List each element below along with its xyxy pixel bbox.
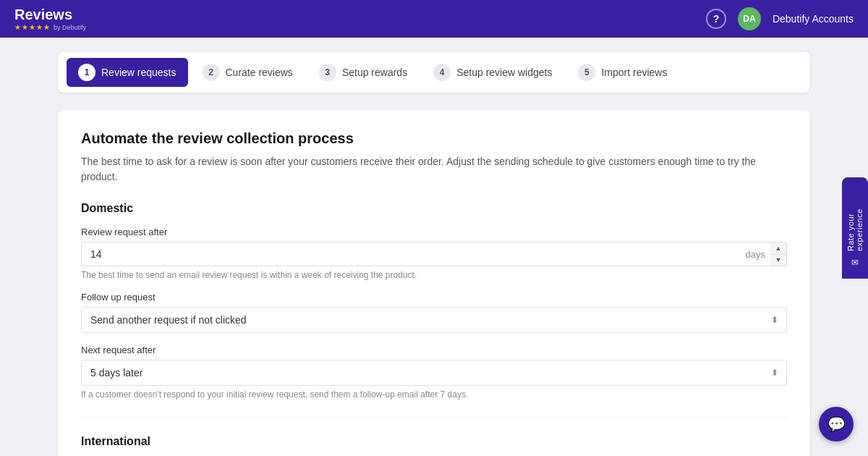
page-description: The best time to ask for a review is soo… [81,154,787,185]
domestic-spinner-down[interactable]: ▼ [770,255,786,266]
step-3-setup-rewards[interactable]: 3 Setup rewards [307,58,419,87]
account-name: Debutify Accounts [773,13,854,25]
domestic-next-request-select-wrapper: 3 days later 5 days later 7 days later 1… [81,360,787,386]
feedback-label: ✉ [850,257,860,267]
step-1-review-requests[interactable]: 1 Review requests [67,58,188,87]
international-section: International Review request after days … [81,435,787,456]
domestic-review-request-after-label: Review request after [81,227,787,237]
domestic-follow-up-group: Follow up request Send another request i… [81,292,787,333]
domestic-next-request-select[interactable]: 3 days later 5 days later 7 days later 1… [81,360,787,386]
step-5-number: 5 [578,64,595,81]
step-5-label: Import reviews [601,67,667,78]
domestic-days-suffix: days [746,249,765,260]
feedback-text: Rate your experience [846,189,864,251]
help-icon[interactable]: ? [706,9,726,29]
step-2-number: 2 [203,64,220,81]
step-1-label: Review requests [101,67,176,78]
domestic-follow-up-label: Follow up request [81,292,787,303]
feedback-sidebar[interactable]: ✉ Rate your experience [842,177,868,279]
step-4-label: Setup review widgets [456,67,552,78]
domestic-review-request-after-group: Review request after days ▲ ▼ The best t… [81,227,787,280]
logo-text: Reviews [14,7,72,23]
logo: Reviews ★★★★★ by Debutify [14,7,86,31]
domestic-next-request-hint: If a customer doesn't respond to your in… [81,389,787,400]
step-3-label: Setup rewards [342,67,407,78]
international-section-title: International [81,435,787,448]
step-5-import-reviews[interactable]: 5 Import reviews [566,58,678,87]
domestic-section: Domestic Review request after days ▲ ▼ T… [81,202,787,400]
domestic-next-request-label: Next request after [81,345,787,355]
domestic-spinner: ▲ ▼ [770,242,787,266]
domestic-next-request-group: Next request after 3 days later 5 days l… [81,345,787,400]
step-2-curate-reviews[interactable]: 2 Curate reviews [191,58,305,87]
domestic-review-request-hint: The best time to send an email review re… [81,270,787,280]
step-4-number: 4 [433,64,451,81]
main-content: 1 Review requests 2 Curate reviews 3 Set… [0,38,868,456]
chat-bubble[interactable]: 💬 [819,407,854,442]
step-4-setup-widgets[interactable]: 4 Setup review widgets [422,58,563,87]
logo-stars: ★★★★★ [14,23,51,31]
page-title: Automate the review collection process [81,130,787,147]
domestic-spinner-up[interactable]: ▲ [770,242,786,255]
chat-icon: 💬 [827,415,846,433]
section-divider [81,417,787,418]
domestic-review-request-after-wrapper: days ▲ ▼ [81,242,787,266]
step-1-number: 1 [78,64,95,81]
step-3-number: 3 [319,64,336,81]
domestic-review-request-after-input[interactable] [81,242,787,266]
domestic-section-title: Domestic [81,202,787,215]
step-2-label: Curate reviews [226,67,293,78]
domestic-follow-up-select-wrapper: Send another request if not clicked Send… [81,307,787,333]
logo-sub: by Debutify [54,24,86,31]
steps-navigation: 1 Review requests 2 Curate reviews 3 Set… [58,52,810,93]
header: Reviews ★★★★★ by Debutify ? DA Debutify … [0,0,868,38]
avatar: DA [738,7,761,30]
domestic-follow-up-select[interactable]: Send another request if not clicked Send… [81,307,787,333]
header-right: ? DA Debutify Accounts [706,7,854,30]
content-area: Automate the review collection process T… [58,110,810,456]
